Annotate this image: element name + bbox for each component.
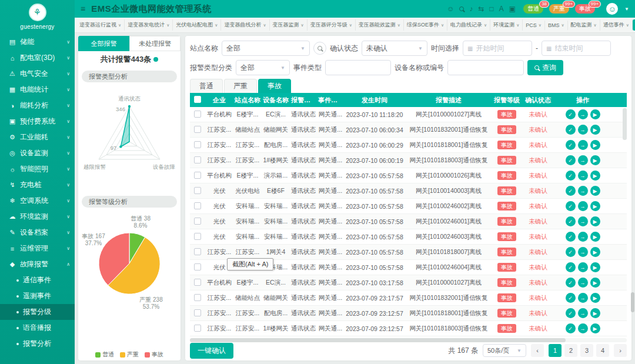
sidebar-item-9[interactable]: ☼智能照明∨ bbox=[0, 161, 75, 177]
jump-button[interactable]: → bbox=[578, 140, 588, 150]
row-checkbox[interactable] bbox=[194, 156, 201, 163]
jump-button[interactable]: → bbox=[578, 308, 588, 318]
end-time-input[interactable]: ▦ 结束时间 bbox=[542, 41, 611, 56]
fullscreen-icon[interactable]: □ bbox=[489, 5, 493, 13]
sidebar-item-5[interactable]: ◑能耗分析∨ bbox=[0, 98, 75, 113]
sidebar-item-3[interactable]: ⚠电气安全∨ bbox=[0, 66, 75, 82]
confirm-check-button[interactable]: ✓ bbox=[566, 201, 576, 211]
sidebar-item-7[interactable]: ⚙工业能耗∨ bbox=[0, 129, 75, 145]
sidebar-item-6[interactable]: ▣预付费系统∨ bbox=[0, 113, 75, 129]
tab-item[interactable]: BMS∨ bbox=[545, 21, 568, 30]
row-checkbox[interactable] bbox=[194, 263, 201, 271]
jump-button[interactable]: → bbox=[578, 125, 588, 135]
row-checkbox[interactable] bbox=[194, 111, 201, 118]
sidebar-subitem[interactable]: 报警分析 bbox=[0, 336, 75, 352]
jump-button[interactable]: → bbox=[578, 247, 588, 257]
sidebar-subitem[interactable]: 通信事件 bbox=[0, 272, 75, 288]
alarm-badge-success[interactable]: 普通38 bbox=[523, 4, 543, 14]
voice-icon[interactable]: ♪ bbox=[469, 5, 473, 13]
prev-page-button[interactable]: ‹ bbox=[531, 344, 544, 357]
row-checkbox[interactable] bbox=[194, 141, 201, 148]
jump-button[interactable]: → bbox=[578, 323, 588, 333]
row-checkbox[interactable] bbox=[194, 309, 201, 316]
video-button[interactable]: ▶ bbox=[590, 155, 600, 165]
row-checkbox[interactable] bbox=[194, 126, 201, 133]
sidebar-subitem[interactable]: 遥测事件 bbox=[0, 288, 75, 304]
tab-item[interactable]: 逆变器发电统计∨ bbox=[125, 19, 173, 31]
confirm-check-button[interactable]: ✓ bbox=[566, 140, 576, 150]
jump-button[interactable]: → bbox=[578, 262, 588, 272]
confirm-status-select[interactable]: 未确认▼ bbox=[362, 41, 427, 56]
confirm-check-button[interactable]: ✓ bbox=[566, 171, 576, 181]
event-type-input[interactable] bbox=[325, 60, 391, 75]
tab-item[interactable]: 变压器评分等级∨ bbox=[308, 19, 356, 31]
next-page-button[interactable]: › bbox=[614, 344, 627, 357]
alarm-type-select[interactable]: 全部▼ bbox=[236, 60, 290, 75]
jump-button[interactable]: → bbox=[578, 186, 588, 196]
confirm-check-button[interactable]: ✓ bbox=[566, 247, 576, 257]
tab-item[interactable]: 变压器能效监测∨ bbox=[356, 19, 404, 31]
start-time-input[interactable]: ▦ 开始时间 bbox=[463, 41, 532, 56]
confirm-check-button[interactable]: ✓ bbox=[566, 262, 576, 272]
query-button[interactable]: 查询 bbox=[527, 60, 563, 75]
sidebar-item-2[interactable]: ⌂配电室(3D)∨ bbox=[0, 50, 75, 66]
emoji-icon[interactable]: ☺ bbox=[447, 5, 454, 13]
video-button[interactable]: ▶ bbox=[590, 232, 600, 242]
sidebar-item-8[interactable]: ◎设备监测∨ bbox=[0, 145, 75, 161]
confirm-check-button[interactable]: ✓ bbox=[566, 323, 576, 333]
video-button[interactable]: ▶ bbox=[590, 278, 600, 288]
confirm-check-button[interactable]: ✓ bbox=[566, 125, 576, 135]
tab-item[interactable]: 变压器监测∨ bbox=[270, 19, 308, 31]
jump-button[interactable]: → bbox=[578, 232, 588, 242]
video-button[interactable]: ▶ bbox=[590, 186, 600, 196]
select-all-checkbox[interactable] bbox=[194, 96, 201, 103]
page-button-2[interactable]: 2 bbox=[564, 344, 577, 357]
video-button[interactable]: ▶ bbox=[590, 323, 600, 333]
confirm-check-button[interactable]: ✓ bbox=[566, 232, 576, 242]
avatar[interactable]: ☺ bbox=[606, 3, 618, 15]
row-checkbox[interactable] bbox=[194, 294, 201, 301]
sidebar-item-10[interactable]: ↯充电桩∨ bbox=[0, 177, 75, 193]
tab-item[interactable]: 逆变器运行监视∨ bbox=[76, 19, 125, 31]
level-tab-严重[interactable]: 严重 bbox=[224, 79, 257, 93]
panel-tab[interactable]: 未处理报警 bbox=[129, 36, 181, 51]
video-button[interactable]: ▶ bbox=[590, 247, 600, 257]
row-checkbox[interactable] bbox=[194, 248, 201, 255]
search-icon[interactable] bbox=[459, 6, 464, 11]
sidebar-item-14[interactable]: ≡运维管理∨ bbox=[0, 241, 75, 256]
tab-item[interactable]: 综保SOE事件∨ bbox=[404, 19, 447, 31]
confirm-all-button[interactable]: 一键确认 bbox=[190, 343, 233, 359]
sidebar-subitem[interactable]: 报警分级 bbox=[0, 304, 75, 320]
jump-button[interactable]: → bbox=[578, 216, 588, 226]
tab-item[interactable]: 配电监测∨ bbox=[568, 19, 600, 31]
tab-item[interactable]: 报警分级× bbox=[633, 19, 635, 31]
translate-icon[interactable]: A bbox=[499, 5, 504, 13]
video-button[interactable]: ▶ bbox=[590, 171, 600, 181]
tab-item[interactable]: 光伏电站配电图∨ bbox=[173, 19, 221, 31]
video-button[interactable]: ▶ bbox=[590, 293, 600, 303]
jump-button[interactable]: → bbox=[578, 201, 588, 211]
level-tab-事故[interactable]: 事故 bbox=[258, 79, 291, 93]
page-button-3[interactable]: 3 bbox=[580, 344, 593, 357]
sidebar-item-4[interactable]: ▦电能统计∨ bbox=[0, 82, 75, 98]
confirm-check-button[interactable]: ✓ bbox=[566, 293, 576, 303]
jump-button[interactable]: → bbox=[578, 293, 588, 303]
tab-item[interactable]: 环境监测∨ bbox=[490, 19, 523, 31]
confirm-check-button[interactable]: ✓ bbox=[566, 186, 576, 196]
table-vertical-scrollbar[interactable] bbox=[623, 108, 627, 140]
device-name-input[interactable] bbox=[447, 60, 524, 75]
alarm-badge-warning[interactable]: 严重99+ bbox=[549, 4, 569, 14]
alarm-badge-danger[interactable]: 事故99+ bbox=[575, 4, 595, 14]
confirm-check-button[interactable]: ✓ bbox=[566, 155, 576, 165]
sidebar-subitem[interactable]: 语音播报 bbox=[0, 320, 75, 336]
page-button-1[interactable]: 1 bbox=[549, 344, 562, 357]
row-checkbox[interactable] bbox=[194, 279, 201, 286]
video-button[interactable]: ▶ bbox=[590, 216, 600, 226]
row-checkbox[interactable] bbox=[194, 218, 201, 225]
jump-button[interactable]: → bbox=[578, 278, 588, 288]
row-checkbox[interactable] bbox=[194, 233, 201, 240]
row-checkbox[interactable] bbox=[194, 202, 201, 209]
jump-button[interactable]: → bbox=[578, 155, 588, 165]
video-button[interactable]: ▶ bbox=[590, 109, 600, 119]
sidebar-item-11[interactable]: ❄空调系统∨ bbox=[0, 193, 75, 209]
